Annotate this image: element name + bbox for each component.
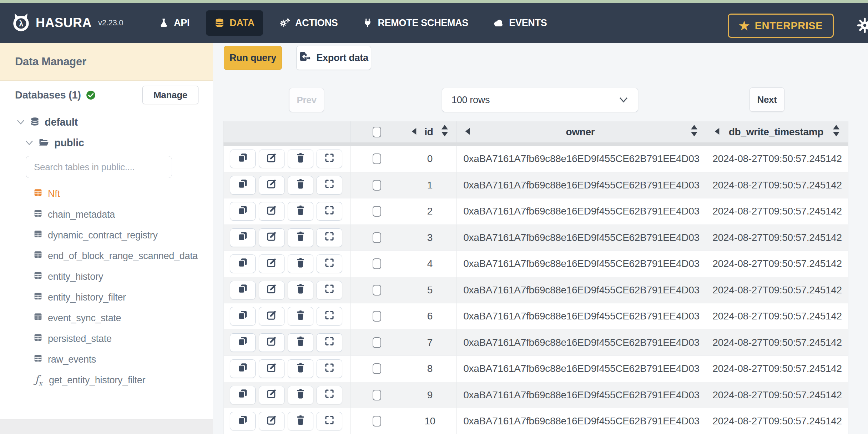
nav-tab-events[interactable]: EVENTS (485, 10, 555, 36)
delete-row-button[interactable] (288, 281, 313, 299)
edit-row-button[interactable] (259, 307, 284, 326)
hasura-logo[interactable]: λ HASURA v2.23.0 (11, 12, 123, 34)
clone-row-button[interactable] (230, 228, 256, 247)
row-checkbox[interactable] (373, 153, 381, 164)
cell-owner: 0xaBA7161A7fb69c88e16ED9f455CE62B791EE4D… (457, 251, 706, 277)
manage-button[interactable]: Manage (142, 86, 198, 104)
edit-row-button[interactable] (259, 359, 284, 378)
edit-row-button[interactable] (259, 386, 284, 404)
chevron-down-icon[interactable] (16, 119, 25, 125)
row-checkbox[interactable] (373, 232, 381, 243)
export-data-button[interactable]: Export data (296, 46, 371, 70)
expand-row-button[interactable] (317, 150, 342, 168)
sidebar-table-raw_events[interactable]: raw_events (0, 349, 213, 370)
edit-row-button[interactable] (259, 281, 284, 299)
enterprise-button[interactable]: ★ ENTERPRISE (728, 14, 834, 38)
delete-row-button[interactable] (288, 359, 313, 378)
edit-row-button[interactable] (259, 254, 284, 273)
sidebar-table-entity_history[interactable]: entity_history (0, 266, 213, 287)
search-tables-input[interactable] (26, 156, 172, 178)
nav-tab-remote-schemas[interactable]: REMOTE SCHEMAS (354, 10, 477, 36)
sort-icon[interactable] (832, 124, 840, 140)
tree-node-database[interactable]: default (16, 113, 78, 131)
edit-row-button[interactable] (259, 333, 284, 352)
clone-row-button[interactable] (230, 333, 256, 352)
delete-row-button[interactable] (288, 202, 313, 221)
edit-row-button[interactable] (259, 150, 284, 168)
sidebar-table-persisted_state[interactable]: persisted_state (0, 328, 213, 349)
sort-icon[interactable] (690, 124, 698, 140)
clone-row-button[interactable] (230, 307, 256, 326)
clone-row-button[interactable] (230, 150, 256, 168)
header-cell-owner[interactable]: owner (457, 121, 706, 142)
row-checkbox[interactable] (373, 363, 381, 374)
delete-row-button[interactable] (288, 333, 313, 352)
nav-tab-api[interactable]: API (150, 10, 198, 36)
settings-gear-icon[interactable] (857, 17, 868, 35)
clone-row-button[interactable] (230, 254, 256, 273)
expand-row-button[interactable] (317, 228, 342, 247)
chevron-down-icon[interactable] (25, 140, 34, 146)
select-all-checkbox[interactable] (373, 127, 381, 137)
collapse-column-icon[interactable] (465, 126, 470, 138)
next-page-button[interactable]: Next (750, 87, 784, 112)
prev-page-button[interactable]: Prev (289, 88, 324, 112)
row-checkbox[interactable] (373, 258, 381, 269)
delete-row-button[interactable] (288, 176, 313, 195)
row-select-cell (351, 146, 403, 172)
delete-row-button[interactable] (288, 412, 313, 430)
expand-row-button[interactable] (317, 176, 342, 195)
collapse-column-icon[interactable] (714, 126, 720, 138)
delete-row-button[interactable] (288, 386, 313, 404)
row-select-cell (351, 225, 403, 251)
expand-row-button[interactable] (317, 281, 342, 299)
sidebar-table-chain_metadata[interactable]: chain_metadata (0, 204, 213, 225)
sidebar-table-Nft[interactable]: Nft (0, 183, 213, 204)
nav-tab-actions[interactable]: ACTIONS (271, 10, 346, 36)
row-checkbox[interactable] (373, 311, 381, 322)
nav-tab-data[interactable]: DATA (206, 10, 263, 36)
table-icon (33, 354, 43, 365)
run-query-button[interactable]: Run query (224, 46, 282, 70)
delete-row-button[interactable] (288, 307, 313, 326)
row-checkbox[interactable] (373, 206, 381, 217)
delete-row-button[interactable] (288, 150, 313, 168)
row-checkbox[interactable] (373, 416, 381, 427)
expand-row-button[interactable] (317, 412, 342, 430)
clone-row-button[interactable] (230, 281, 256, 299)
page-size-select[interactable]: 100 rows (442, 88, 638, 112)
sidebar-table-entity_history_filter[interactable]: entity_history_filter (0, 287, 213, 308)
header-cell-db-write-timestamp[interactable]: db_write_timestamp (706, 121, 848, 142)
delete-row-button[interactable] (288, 228, 313, 247)
clone-row-button[interactable] (230, 176, 256, 195)
sidebar-table-event_sync_state[interactable]: event_sync_state (0, 308, 213, 328)
expand-row-button[interactable] (317, 202, 342, 221)
expand-row-button[interactable] (317, 307, 342, 326)
clone-row-button[interactable] (230, 412, 256, 430)
expand-row-button[interactable] (317, 333, 342, 352)
clone-row-button[interactable] (230, 202, 256, 221)
edit-row-button[interactable] (259, 176, 284, 195)
version-label[interactable]: v2.23.0 (98, 18, 123, 27)
row-checkbox[interactable] (373, 337, 381, 348)
expand-row-button[interactable] (317, 254, 342, 273)
sidebar-function-get_entity_history_filter[interactable]: ƒxget_entity_history_filter (0, 370, 213, 390)
expand-row-button[interactable] (317, 386, 342, 404)
clone-row-button[interactable] (230, 386, 256, 404)
edit-row-button[interactable] (259, 412, 284, 430)
collapse-column-icon[interactable] (411, 126, 417, 138)
row-checkbox[interactable] (373, 390, 381, 400)
header-cell-id[interactable]: id (403, 121, 457, 142)
delete-row-button[interactable] (288, 254, 313, 273)
sidebar-table-dynamic_contract_registry[interactable]: dynamic_contract_registry (0, 225, 213, 246)
edit-row-button[interactable] (259, 228, 284, 247)
sidebar-table-end_of_block_range_scanned_data[interactable]: end_of_block_range_scanned_data (0, 246, 213, 266)
sort-icon[interactable] (441, 124, 449, 140)
tree-node-schema[interactable]: public (25, 133, 84, 152)
expand-row-button[interactable] (317, 359, 342, 378)
row-checkbox[interactable] (373, 180, 381, 191)
row-checkbox[interactable] (373, 285, 381, 296)
header-cell-select-all (351, 121, 403, 142)
edit-row-button[interactable] (259, 202, 284, 221)
clone-row-button[interactable] (230, 359, 256, 378)
